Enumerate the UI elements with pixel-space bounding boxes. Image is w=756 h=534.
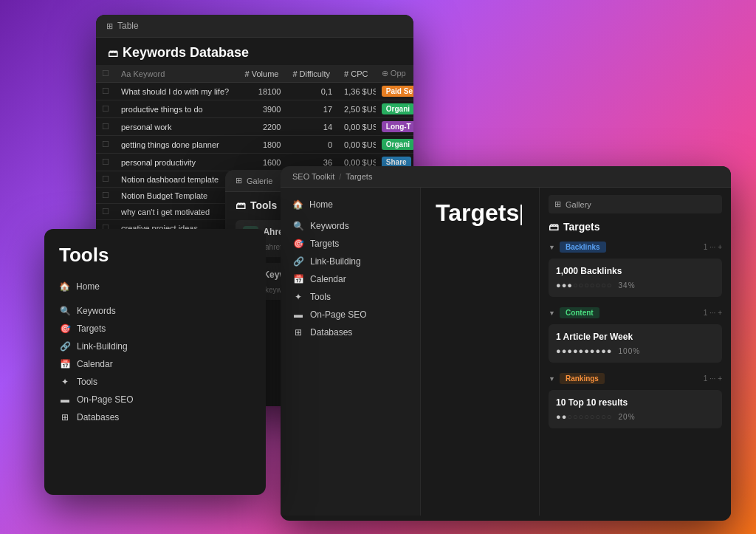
row-check[interactable]: ☐ xyxy=(96,83,115,100)
row-volume: 1600 xyxy=(239,154,287,171)
home-icon-2: 🏠 xyxy=(292,199,303,210)
tools-sidebar-window: Tools 🏠 Home 🔍Keywords🎯Targets🔗Link-Buil… xyxy=(44,229,266,495)
opp-badge: Organi xyxy=(382,139,413,150)
targets-page-title: Targets xyxy=(436,199,524,227)
keywords-window-header: ⊞ Table xyxy=(96,15,413,38)
row-check[interactable]: ☐ xyxy=(96,204,115,220)
progress-pct: 100% xyxy=(619,347,641,355)
table-row[interactable]: ☐ What should I do with my life? 18100 0… xyxy=(96,83,413,100)
nav-label: Tools xyxy=(77,377,97,387)
table-row[interactable]: ☐ getting things done planner 1800 0 0,0… xyxy=(96,136,413,154)
targets-sidebar-home: 🏠 Home xyxy=(281,195,420,214)
sidebar-item-on-page-seo[interactable]: ▬On-Page SEO xyxy=(50,391,260,408)
target-card[interactable]: 1,000 Backlinks ●●●○○○○○○○ 34% xyxy=(549,259,722,297)
row-check[interactable]: ☐ xyxy=(96,100,115,118)
target-card-title: 10 Top 10 results xyxy=(556,397,715,408)
target-card[interactable]: 10 Top 10 results ●●○○○○○○○○ 20% xyxy=(549,390,722,428)
col-keyword: Aa Keyword xyxy=(115,65,239,83)
nav-icon: ▬ xyxy=(292,309,304,320)
sidebar-item-tools[interactable]: ✦Tools xyxy=(50,373,260,391)
group-arrow: ▼ xyxy=(549,375,555,383)
targets-topbar: SEO Toolkit / Targets xyxy=(281,166,731,188)
progress-dots: ●●○○○○○○○○ 20% xyxy=(556,412,715,421)
row-check[interactable]: ☐ xyxy=(96,136,115,154)
group-badge: Backlinks xyxy=(560,242,606,253)
targets-nav-on-page-seo[interactable]: ▬On-Page SEO xyxy=(281,306,420,324)
dots-filled: ●●●●●●●●●● xyxy=(556,346,612,355)
group-meta: 1 ··· + xyxy=(704,243,722,251)
table-row[interactable]: ☐ personal work 2200 14 0,00 $US Long-T xyxy=(96,118,413,136)
row-cpc: 2,50 $US xyxy=(338,100,376,118)
targets-nav-link-building[interactable]: 🔗Link-Building xyxy=(281,253,420,270)
tools-home-label[interactable]: Home xyxy=(76,281,100,292)
row-check[interactable]: ☐ xyxy=(96,118,115,136)
group-meta: 1 ··· + xyxy=(704,374,722,383)
targets-content-area: Targets xyxy=(421,188,539,516)
row-volume: 3900 xyxy=(239,100,287,118)
sidebar-item-link-building[interactable]: 🔗Link-Building xyxy=(50,338,260,355)
nav-label: Targets xyxy=(310,239,339,249)
targets-main-window: SEO Toolkit / Targets 🏠 Home 🔍Keywords🎯T… xyxy=(281,166,731,521)
row-check[interactable]: ☐ xyxy=(96,171,115,188)
nav-icon: 🎯 xyxy=(292,239,304,249)
progress-dots: ●●●○○○○○○○ 34% xyxy=(556,281,715,290)
sidebar-item-targets[interactable]: 🎯Targets xyxy=(50,320,260,338)
targets-nav-tools[interactable]: ✦Tools xyxy=(281,288,420,306)
nav-label: Keywords xyxy=(77,306,116,316)
breadcrumb-toolkit: SEO Toolkit xyxy=(292,172,334,181)
dots-filled: ●● xyxy=(556,412,567,421)
nav-label: Databases xyxy=(310,327,352,338)
progress-pct: 34% xyxy=(619,281,636,290)
targets-nav-databases[interactable]: ⊞Databases xyxy=(281,324,420,341)
row-keyword: productive things to do xyxy=(115,100,239,118)
target-card-title: 1,000 Backlinks xyxy=(556,266,715,276)
group-arrow: ▼ xyxy=(549,309,555,317)
row-difficulty: 0 xyxy=(286,136,338,154)
targets-nav-calendar[interactable]: 📅Calendar xyxy=(281,270,420,288)
row-volume: 18100 xyxy=(239,83,287,100)
progress-dots: ●●●●●●●●●● 100% xyxy=(556,346,715,355)
col-volume: # Volume xyxy=(239,65,287,83)
gallery-tab-header: ⊞ Gallery xyxy=(549,195,722,213)
breadcrumb-targets: Targets xyxy=(346,172,372,181)
nav-label: On-Page SEO xyxy=(77,394,134,405)
targets-main-layout: 🏠 Home 🔍Keywords🎯Targets🔗Link-Building📅C… xyxy=(281,188,731,516)
row-check[interactable]: ☐ xyxy=(96,154,115,171)
sidebar-item-databases[interactable]: ⊞Databases xyxy=(50,408,260,426)
target-groups-container: ▼ Backlinks 1 ··· + 1,000 Backlinks ●●●○… xyxy=(549,242,722,428)
sidebar-item-keywords[interactable]: 🔍Keywords xyxy=(50,302,260,320)
middle-tab-label[interactable]: Galerie xyxy=(247,177,272,185)
row-check[interactable]: ☐ xyxy=(96,188,115,204)
nav-icon: 🔗 xyxy=(292,256,304,267)
nav-icon: ✦ xyxy=(59,377,71,387)
sidebar-item-calendar[interactable]: 📅Calendar xyxy=(50,355,260,373)
targets-nav-targets[interactable]: 🎯Targets xyxy=(281,235,420,253)
nav-icon: ⊞ xyxy=(292,327,304,338)
row-keyword: What should I do with my life? xyxy=(115,83,239,100)
row-keyword: why can't i get motivated xyxy=(115,204,239,220)
nav-icon: ✦ xyxy=(292,292,304,302)
row-keyword: personal productivity xyxy=(115,154,239,171)
row-badge: Long-T xyxy=(376,118,413,136)
targets-nav-keywords[interactable]: 🔍Keywords xyxy=(281,217,420,235)
gallery-tab-label[interactable]: Gallery xyxy=(566,200,591,209)
group-badge: Content xyxy=(560,307,599,318)
gallery-grid-icon: ⊞ xyxy=(236,176,242,185)
targets-sidebar-nav: 🔍Keywords🎯Targets🔗Link-Building📅Calendar… xyxy=(281,214,420,344)
nav-label: Databases xyxy=(77,412,119,422)
table-row[interactable]: ☐ productive things to do 3900 17 2,50 $… xyxy=(96,100,413,118)
tools-window-title: Tools xyxy=(59,244,251,267)
tools-nav-list: 🔍Keywords🎯Targets🔗Link-Building📅Calendar… xyxy=(44,302,266,426)
breadcrumb-sep: / xyxy=(339,172,341,181)
keywords-tab-label[interactable]: Table xyxy=(117,21,139,31)
db-icon: 🗃 xyxy=(108,47,118,59)
nav-icon: 🔗 xyxy=(59,341,71,352)
nav-icon: 🔍 xyxy=(292,221,304,231)
targets-sidebar: 🏠 Home 🔍Keywords🎯Targets🔗Link-Building📅C… xyxy=(281,188,421,516)
row-keyword: Notion dashboard template xyxy=(115,171,239,188)
table-icon: ⊞ xyxy=(106,21,113,31)
target-card[interactable]: 1 Article Per Week ●●●●●●●●●● 100% xyxy=(549,324,722,363)
row-cpc: 0,00 $US xyxy=(338,118,376,136)
row-cpc: 0,00 $US xyxy=(338,136,376,154)
nav-icon: ▬ xyxy=(59,394,71,405)
